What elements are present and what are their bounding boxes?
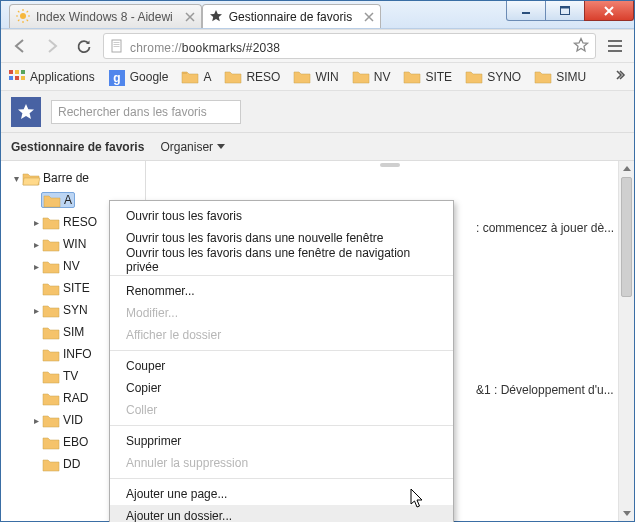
folder-icon	[43, 260, 59, 273]
folder-icon	[404, 70, 420, 84]
folder-icon	[182, 70, 198, 84]
address-bar[interactable]: chrome://bookmarks/#2038	[103, 33, 596, 59]
menu-item[interactable]: Ajouter une page...	[110, 483, 453, 505]
svg-rect-14	[114, 42, 120, 43]
folder-icon	[294, 70, 310, 84]
svg-marker-9	[210, 10, 222, 21]
folder-icon	[43, 436, 59, 449]
url-text: chrome://bookmarks/#2038	[130, 38, 280, 55]
tree-item-label: RESO	[63, 215, 97, 229]
menu-item[interactable]: Ouvrir tous les favoris dans une fenêtre…	[110, 249, 453, 271]
scroll-down-button[interactable]	[619, 505, 634, 521]
menu-item: Modifier...	[110, 302, 453, 324]
tree-twisty[interactable]: ▸	[31, 415, 41, 426]
menu-item: Coller	[110, 399, 453, 421]
tree-twisty[interactable]: ▸	[31, 305, 41, 316]
window-maximize-button[interactable]	[545, 1, 585, 21]
svg-marker-30	[18, 104, 34, 119]
folder-icon	[535, 70, 551, 84]
bookmark-overflow-button[interactable]	[610, 68, 628, 85]
svg-rect-16	[114, 46, 120, 47]
svg-line-5	[18, 11, 19, 12]
bookmarks-bar: Applications g Google A RESO WIN NV SITE…	[1, 63, 634, 91]
bookmark-google[interactable]: g Google	[107, 68, 171, 86]
folder-icon	[43, 392, 59, 405]
back-button[interactable]	[7, 33, 33, 59]
window-close-button[interactable]	[584, 1, 634, 21]
folder-icon	[225, 70, 241, 84]
bookmark-folder[interactable]: NV	[351, 68, 393, 86]
folder-icon	[43, 326, 59, 339]
chrome-menu-button[interactable]	[602, 33, 628, 59]
apps-shortcut[interactable]: Applications	[7, 68, 97, 86]
tree-twisty[interactable]: ▸	[31, 261, 41, 272]
scroll-thumb[interactable]	[621, 177, 632, 297]
bookmark-folder[interactable]: RESO	[223, 68, 282, 86]
bookmark-folder[interactable]: SIMU	[533, 68, 588, 86]
tab-close-icon[interactable]	[185, 11, 195, 21]
tree-item-label: INFO	[63, 347, 92, 361]
tab-strip: Index Windows 8 - Aidewi Gestionnaire de…	[9, 2, 381, 28]
scroll-track[interactable]	[619, 177, 634, 505]
tree-twisty[interactable]: ▸	[31, 239, 41, 250]
folder-icon	[43, 282, 59, 295]
tree-item-label: RAD	[63, 391, 88, 405]
forward-button[interactable]	[39, 33, 65, 59]
tab-close-icon[interactable]	[364, 11, 374, 21]
svg-rect-21	[9, 70, 13, 74]
folder-icon	[43, 458, 59, 471]
menu-item[interactable]: Supprimer	[110, 430, 453, 452]
organize-menu-button[interactable]: Organiser	[160, 140, 225, 154]
folder-icon	[43, 370, 59, 383]
tree-item-label: NV	[63, 259, 80, 273]
tree-item-label: DD	[63, 457, 80, 471]
bookmark-folder[interactable]: SITE	[402, 68, 454, 86]
menu-item[interactable]: Ouvrir tous les favoris	[110, 205, 453, 227]
bookmark-folder[interactable]: SYNO	[464, 68, 523, 86]
svg-line-7	[27, 11, 28, 12]
svg-text:g: g	[113, 71, 120, 85]
tree-twisty-open[interactable]: ▾	[11, 173, 21, 184]
menu-item[interactable]: Ajouter un dossier...	[110, 505, 453, 522]
tree-item-label: SYN	[63, 303, 88, 317]
tree-item-label: EBO	[63, 435, 88, 449]
mouse-cursor	[411, 489, 425, 512]
file-icon	[110, 39, 124, 53]
folder-icon	[44, 194, 60, 207]
tab-inactive[interactable]: Index Windows 8 - Aidewi	[9, 4, 202, 28]
page-title: Gestionnaire de favoris	[11, 140, 144, 154]
svg-line-8	[18, 20, 19, 21]
svg-rect-15	[114, 44, 120, 45]
menu-item[interactable]: Couper	[110, 355, 453, 377]
menu-item[interactable]: Copier	[110, 377, 453, 399]
menu-item[interactable]: Renommer...	[110, 280, 453, 302]
menu-item: Afficher le dossier	[110, 324, 453, 346]
menu-separator	[110, 275, 453, 276]
bookmark-star-icon[interactable]	[573, 37, 589, 56]
tree-twisty[interactable]: ▸	[31, 217, 41, 228]
splitter-grip[interactable]	[146, 161, 634, 169]
menu-separator	[110, 425, 453, 426]
tree-root[interactable]: ▾ Barre de	[1, 167, 145, 189]
tab-active[interactable]: Gestionnaire de favoris	[202, 4, 381, 28]
sun-favicon	[16, 9, 30, 23]
svg-rect-29	[182, 72, 187, 74]
vertical-scrollbar[interactable]	[618, 161, 634, 521]
svg-marker-17	[575, 38, 588, 51]
folder-icon	[43, 348, 59, 361]
svg-rect-20	[608, 50, 622, 52]
tab-label: Index Windows 8 - Aidewi	[36, 10, 173, 24]
window-minimize-button[interactable]	[506, 1, 546, 21]
folder-icon	[353, 70, 369, 84]
tree-item-label: A	[64, 193, 72, 207]
menu-separator	[110, 350, 453, 351]
browser-window: Index Windows 8 - Aidewi Gestionnaire de…	[0, 0, 635, 522]
tree-item-label: SIM	[63, 325, 84, 339]
bookmark-folder[interactable]: A	[180, 68, 213, 86]
reload-button[interactable]	[71, 33, 97, 59]
bookmark-search-input[interactable]: Rechercher dans les favoris	[51, 100, 241, 124]
bookmark-folder[interactable]: WIN	[292, 68, 340, 86]
svg-rect-12	[561, 7, 570, 9]
svg-point-0	[20, 13, 26, 19]
scroll-up-button[interactable]	[619, 161, 634, 177]
